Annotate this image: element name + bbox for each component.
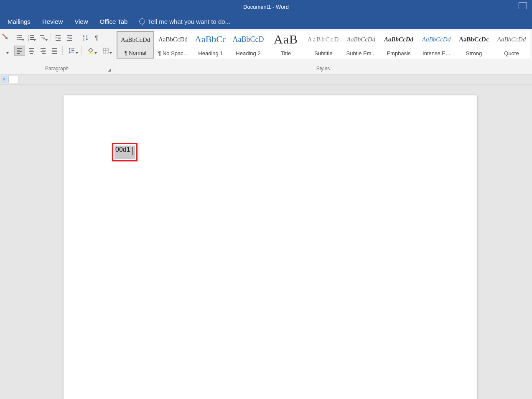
svg-rect-44 xyxy=(52,50,57,51)
decrease-indent-button[interactable] xyxy=(53,33,64,43)
line-spacing-button[interactable] xyxy=(65,46,79,56)
style-preview: AaBbCcDd xyxy=(497,33,526,46)
paint-bucket-icon xyxy=(87,47,94,54)
style-label: Title xyxy=(268,50,303,56)
shading-button[interactable] xyxy=(84,46,98,56)
style-emphasis[interactable]: AaBbCcDdEmphasis xyxy=(380,31,417,59)
tab-close-button[interactable]: × xyxy=(1,76,8,83)
sort-icon: AZ xyxy=(82,34,89,41)
svg-text:3: 3 xyxy=(28,38,29,41)
tab-review[interactable]: Review xyxy=(36,13,69,29)
style-preview: AaBbCcD xyxy=(308,33,340,46)
tell-me-placeholder: Tell me what you want to do... xyxy=(148,18,230,25)
svg-text:Z: Z xyxy=(83,38,85,41)
styles-group-label: Styles xyxy=(316,66,330,72)
group-paragraph: 123 AZ ¶ xyxy=(0,29,114,74)
style-preview: AaBbCcDd xyxy=(121,33,150,46)
tab-view[interactable]: View xyxy=(69,13,94,29)
selected-text[interactable]: 00d1 xyxy=(115,146,135,159)
show-hide-marks-button[interactable]: ¶ xyxy=(92,33,103,43)
svg-rect-18 xyxy=(58,38,61,39)
svg-rect-19 xyxy=(56,40,61,41)
svg-rect-42 xyxy=(42,53,46,54)
title-bar: Document1 - Word xyxy=(0,0,532,13)
style-label: Heading 2 xyxy=(231,50,266,56)
divider xyxy=(78,33,78,42)
align-right-icon xyxy=(40,47,46,54)
svg-rect-46 xyxy=(52,53,57,54)
style-preview: AaBbCc xyxy=(195,33,227,46)
svg-rect-34 xyxy=(17,53,20,54)
tell-me-search[interactable]: Tell me what you want to do... xyxy=(133,13,236,29)
svg-rect-50 xyxy=(71,49,74,49)
svg-rect-45 xyxy=(52,51,57,52)
justify-button[interactable] xyxy=(49,46,60,56)
svg-text:A: A xyxy=(83,35,85,38)
tab-office-tab[interactable]: Office Tab xyxy=(94,13,133,29)
svg-rect-38 xyxy=(30,53,33,54)
style-label: Strong xyxy=(456,50,491,56)
increase-indent-button[interactable] xyxy=(65,33,76,43)
chevron-down-icon xyxy=(3,47,9,54)
style-strong[interactable]: AaBbCcDcStrong xyxy=(455,31,493,59)
svg-rect-23 xyxy=(69,38,72,39)
align-left-button[interactable] xyxy=(14,46,25,56)
svg-marker-48 xyxy=(69,48,71,49)
svg-point-5 xyxy=(17,39,18,40)
document-tab-strip: × xyxy=(0,74,532,84)
style-title[interactable]: AaBTitle xyxy=(267,31,305,59)
bullets-icon xyxy=(16,34,23,41)
style-preview: AaBbCcD xyxy=(233,33,264,46)
svg-text:¶: ¶ xyxy=(95,34,98,41)
svg-rect-41 xyxy=(41,51,46,52)
format-painter-button[interactable] xyxy=(2,33,10,43)
numbering-button[interactable]: 123 xyxy=(26,33,37,43)
borders-button[interactable] xyxy=(99,46,113,56)
ribbon: 123 AZ ¶ xyxy=(0,29,532,74)
style-preview: AaB xyxy=(274,33,298,46)
style-normal[interactable]: AaBbCcDd¶ Normal xyxy=(117,31,154,59)
style-label: Intense E... xyxy=(419,50,454,56)
svg-rect-10 xyxy=(30,37,34,38)
style-quote[interactable]: AaBbCcDdQuote xyxy=(493,31,530,59)
svg-rect-8 xyxy=(30,35,34,36)
document-area[interactable]: 00d1 xyxy=(0,84,532,399)
svg-rect-0 xyxy=(5,37,8,39)
bullets-button[interactable] xyxy=(14,33,25,43)
paragraph-group-label: Paragraph xyxy=(45,66,69,72)
style-preview: AaBbCcDd xyxy=(384,33,413,46)
ribbon-display-options[interactable] xyxy=(519,3,527,10)
align-left-icon xyxy=(16,47,23,54)
svg-rect-32 xyxy=(17,50,20,51)
style-label: Emphasis xyxy=(381,50,416,56)
brush-icon xyxy=(2,33,9,40)
numbering-icon: 123 xyxy=(28,34,35,41)
document-page[interactable]: 00d1 xyxy=(64,95,477,399)
style-subtitle[interactable]: AaBbCcDSubtitle xyxy=(305,31,342,59)
svg-rect-22 xyxy=(69,37,72,37)
tab-mailings[interactable]: Mailings xyxy=(2,13,36,29)
divider xyxy=(12,46,12,55)
style-label: Subtle Em... xyxy=(344,50,379,56)
style-subtleem[interactable]: AaBbCcDdSubtle Em... xyxy=(342,31,380,59)
font-more-button[interactable] xyxy=(2,46,10,56)
align-center-button[interactable] xyxy=(26,46,37,56)
style-intense[interactable]: AaBbCcDdIntense E... xyxy=(417,31,455,59)
style-preview: AaBbCcDd xyxy=(158,33,188,46)
style-head2[interactable]: AaBbCcDHeading 2 xyxy=(229,31,267,59)
svg-point-3 xyxy=(17,37,18,38)
document-tab[interactable] xyxy=(8,76,18,83)
svg-rect-33 xyxy=(17,51,22,52)
style-nospace[interactable]: AaBbCcDd¶ No Spac... xyxy=(154,31,192,59)
svg-rect-17 xyxy=(58,37,61,37)
multilevel-icon xyxy=(40,34,46,41)
svg-rect-40 xyxy=(42,50,46,51)
svg-rect-15 xyxy=(43,38,45,39)
align-right-button[interactable] xyxy=(38,46,48,56)
multilevel-list-button[interactable] xyxy=(38,33,48,43)
styles-gallery: AaBbCcDd¶ NormalAaBbCcDd¶ No Spac...AaBb… xyxy=(117,31,530,61)
style-head1[interactable]: AaBbCcHeading 1 xyxy=(192,31,229,59)
sort-button[interactable]: AZ xyxy=(80,33,91,43)
svg-rect-6 xyxy=(18,39,22,40)
paragraph-dialog-launcher[interactable]: ◢ xyxy=(108,67,111,72)
